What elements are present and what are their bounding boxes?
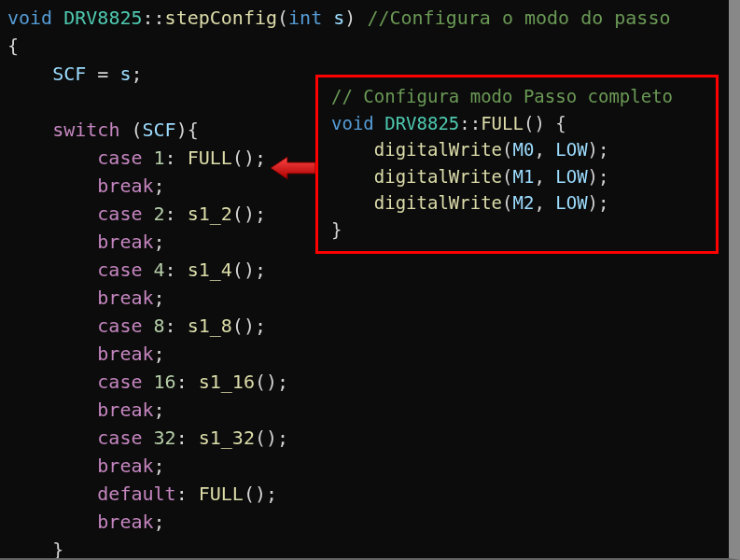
call-tail: ();	[232, 147, 266, 169]
code-line: case 8: s1_8();	[7, 312, 721, 340]
keyword-break: break	[97, 287, 153, 309]
colon: :	[165, 315, 188, 337]
func-call: digitalWrite	[374, 166, 502, 187]
paren: (	[502, 192, 512, 213]
func-name: stepConfig	[165, 7, 277, 29]
class-name: DRV8825	[374, 113, 460, 133]
arg: M2	[513, 192, 535, 213]
op: =	[86, 63, 119, 85]
code-line: break;	[7, 340, 721, 368]
semi: ;	[154, 399, 165, 421]
keyword-break: break	[97, 399, 153, 421]
arg: LOW	[555, 192, 587, 213]
keyword-break: break	[97, 455, 153, 477]
number: 1	[154, 147, 165, 169]
func-call: FULL	[188, 147, 232, 169]
func-call: s1_16	[199, 371, 255, 393]
code-line: case 32: s1_32();	[7, 424, 721, 452]
paren: (	[277, 7, 288, 29]
number: 2	[154, 203, 165, 225]
code-line: case 4: s1_4();	[7, 256, 721, 284]
colon: :	[176, 483, 199, 505]
colon: :	[165, 203, 188, 225]
semi: ;	[154, 231, 165, 253]
code-line: case 16: s1_16();	[7, 368, 721, 396]
code-line: digitalWrite(M2, LOW);	[331, 189, 703, 217]
svg-marker-0	[271, 157, 315, 179]
call-tail: ();	[244, 483, 277, 505]
code-line: break;	[7, 284, 721, 312]
code-line: default: FULL();	[7, 480, 721, 508]
keyword-void: void	[331, 113, 374, 133]
paren-semi: );	[588, 139, 609, 160]
class-name: DRV8825	[63, 7, 142, 29]
code-line: }	[331, 217, 703, 244]
paren: (	[502, 166, 512, 187]
code-line: break;	[7, 508, 721, 536]
call-tail: ();	[232, 203, 266, 225]
code-line: void DRV8825::FULL() {	[331, 110, 703, 137]
arg: LOW	[555, 166, 587, 187]
colon: :	[176, 427, 199, 449]
colon: :	[165, 259, 188, 281]
code-line: digitalWrite(M0, LOW);	[331, 136, 703, 163]
semi: ;	[154, 511, 165, 533]
call-tail: ();	[255, 371, 288, 393]
paren-brace: ){	[176, 119, 199, 141]
number: 4	[154, 259, 165, 281]
func-call: digitalWrite	[374, 139, 502, 160]
code-line: void DRV8825::stepConfig(int s) //Config…	[7, 4, 721, 32]
arg: LOW	[555, 139, 587, 160]
keyword-case: case	[97, 315, 142, 337]
comment: // Configura modo Passo completo	[331, 86, 673, 106]
call-tail: ();	[232, 315, 266, 337]
paren: (	[119, 119, 142, 141]
func-call: digitalWrite	[374, 192, 502, 213]
scope-op: ::	[143, 7, 165, 29]
func-name: FULL	[481, 113, 524, 133]
semi: ;	[154, 455, 165, 477]
keyword-break: break	[97, 343, 153, 365]
keyword-void: void	[7, 7, 52, 29]
arg: M1	[513, 166, 535, 187]
number: 16	[154, 371, 176, 393]
comment: //Configura o modo do passo	[356, 7, 670, 29]
paren: (	[502, 139, 512, 160]
keyword-case: case	[97, 203, 142, 225]
func-call: s1_2	[188, 203, 232, 225]
semi: ;	[154, 175, 165, 197]
semi: ;	[154, 287, 165, 309]
arrow-icon	[271, 155, 315, 181]
call-tail: ();	[232, 259, 266, 281]
comma: ,	[534, 139, 555, 160]
paren: )	[344, 7, 356, 29]
code-line: // Configura modo Passo completo	[331, 83, 703, 110]
code-line: break;	[7, 452, 721, 480]
var: SCF	[52, 63, 86, 85]
func-call: FULL	[199, 483, 244, 505]
brace: }	[331, 219, 342, 240]
keyword-break: break	[97, 231, 153, 253]
func-call: s1_8	[188, 315, 232, 337]
func-call: s1_32	[199, 427, 255, 449]
semi: ;	[131, 63, 142, 85]
var: s	[119, 63, 131, 85]
var: SCF	[143, 119, 176, 141]
comma: ,	[534, 192, 555, 213]
keyword-case: case	[97, 259, 142, 281]
arg: M0	[513, 139, 535, 160]
keyword-break: break	[97, 511, 153, 533]
keyword-case: case	[97, 147, 142, 169]
paren-brace: () {	[524, 113, 566, 133]
code-line: break;	[7, 396, 721, 424]
colon: :	[176, 371, 199, 393]
code-line: {	[7, 32, 721, 60]
brace: }	[52, 539, 63, 560]
param: s	[322, 7, 344, 29]
paren-semi: );	[588, 166, 609, 187]
keyword-default: default	[97, 483, 175, 505]
callout-box: // Configura modo Passo completo void DR…	[315, 75, 719, 254]
colon: :	[165, 147, 188, 169]
call-tail: ();	[255, 427, 288, 449]
number: 32	[154, 427, 176, 449]
